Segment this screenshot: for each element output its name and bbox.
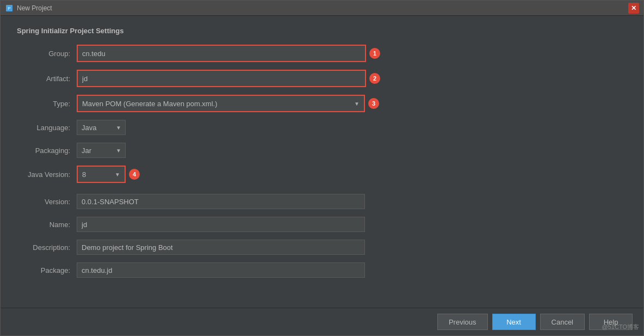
language-select[interactable]: Java Kotlin Groovy	[77, 120, 126, 135]
packaging-select-wrapper: Jar War ▼	[77, 143, 126, 158]
artifact-input[interactable]	[78, 71, 365, 86]
version-input[interactable]	[77, 194, 365, 209]
type-badge: 3	[368, 98, 379, 109]
artifact-input-wrapper	[77, 70, 366, 87]
artifact-row: Artifact: 2	[17, 70, 627, 87]
group-badge: 1	[369, 48, 380, 59]
svg-text:P: P	[8, 6, 10, 11]
watermark: @51CTO博客	[602, 323, 639, 331]
java-version-badge: 4	[129, 169, 140, 180]
language-row: Language: Java Kotlin Groovy ▼	[17, 120, 627, 135]
type-label: Type:	[17, 100, 77, 108]
next-button[interactable]: Next	[492, 314, 536, 330]
artifact-badge: 2	[369, 73, 380, 84]
name-label: Name:	[17, 221, 77, 229]
java-version-select[interactable]: 8 11 17 21	[78, 167, 125, 182]
java-version-label: Java Version:	[17, 170, 77, 179]
section-title: Spring Initializr Project Settings	[17, 27, 627, 35]
language-label: Language:	[17, 124, 77, 132]
type-select[interactable]: Maven POM (Generate a Maven pom.xml.) Ma…	[78, 96, 364, 111]
artifact-label: Artifact:	[17, 75, 77, 83]
cancel-button[interactable]: Cancel	[540, 314, 585, 330]
group-input-wrapper	[77, 45, 366, 62]
package-input[interactable]	[77, 262, 365, 278]
version-row: Version:	[17, 194, 627, 209]
group-row: Group: 1	[17, 45, 627, 62]
window-icon: P	[5, 4, 14, 13]
window-title: New Project	[17, 4, 628, 12]
name-row: Name:	[17, 217, 627, 232]
form-content: Spring Initializr Project Settings Group…	[1, 16, 643, 308]
previous-button[interactable]: Previous	[437, 314, 488, 330]
packaging-label: Packaging:	[17, 146, 77, 155]
description-row: Description:	[17, 240, 627, 255]
type-select-wrapper: Maven POM (Generate a Maven pom.xml.) Ma…	[77, 95, 365, 112]
java-version-row: Java Version: 8 11 17 21 ▼ 4	[17, 166, 627, 183]
packaging-row: Packaging: Jar War ▼	[17, 143, 627, 158]
footer: Previous Next Cancel Help	[1, 308, 643, 335]
packaging-select[interactable]: Jar War	[77, 143, 126, 158]
version-label: Version:	[17, 198, 77, 206]
language-select-wrapper: Java Kotlin Groovy ▼	[77, 120, 126, 135]
description-label: Description:	[17, 243, 77, 252]
title-bar: P New Project ✕	[1, 1, 643, 16]
package-label: Package:	[17, 266, 77, 274]
group-label: Group:	[17, 50, 77, 58]
name-input[interactable]	[77, 217, 365, 232]
java-version-select-wrapper: 8 11 17 21 ▼	[77, 166, 126, 183]
package-row: Package:	[17, 262, 627, 278]
group-input[interactable]	[78, 46, 365, 61]
type-row: Type: Maven POM (Generate a Maven pom.xm…	[17, 95, 627, 112]
description-input[interactable]	[77, 240, 365, 255]
new-project-window: P New Project ✕ Spring Initializr Projec…	[0, 0, 644, 336]
close-button[interactable]: ✕	[628, 3, 639, 14]
